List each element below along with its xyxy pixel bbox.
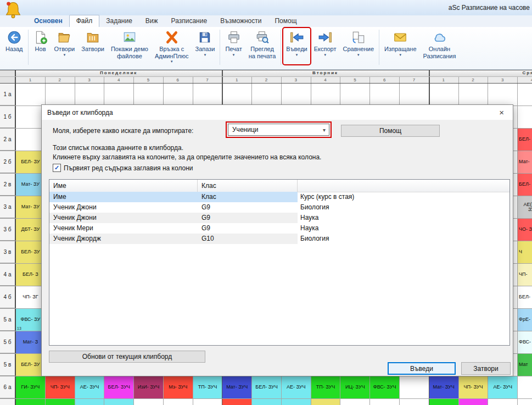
timetable-cell[interactable]: ФрЕ- bbox=[518, 309, 532, 331]
timetable-cell[interactable]: ФВС- bbox=[518, 331, 532, 353]
table-row[interactable]: Ученик ДжониG9Наука bbox=[49, 213, 509, 223]
table-row[interactable]: Ученик ДжорджG10Биология bbox=[49, 234, 509, 244]
toolbar-button-open[interactable]: Отвори▼ bbox=[52, 28, 78, 64]
menu-tab-pomosht[interactable]: Помощ bbox=[268, 15, 303, 27]
timetable-cell[interactable]: Мат bbox=[518, 354, 532, 376]
timetable-cell[interactable]: ЧО- З bbox=[518, 219, 532, 241]
class-row-label[interactable]: 3 а bbox=[0, 196, 15, 218]
timetable-cell[interactable]: Мз- ЗУЧ bbox=[222, 399, 251, 405]
class-row-label[interactable]: 2 в bbox=[0, 173, 15, 196]
timetable-cell[interactable]: АЕ- ЗУЧ bbox=[282, 376, 311, 398]
class-row-label[interactable]: 3 б bbox=[0, 218, 15, 241]
timetable-cell[interactable]: БЕЛ- bbox=[518, 286, 532, 308]
import-button[interactable]: Въведи bbox=[388, 362, 456, 375]
bell-icon[interactable] bbox=[3, 0, 23, 18]
toolbar-button-import[interactable]: Въведи▼ bbox=[283, 28, 310, 64]
timetable-cell[interactable]: БЕЛ- ЗУЧ bbox=[311, 399, 340, 405]
class-row-label[interactable]: 2 б bbox=[0, 151, 15, 173]
timetable-cell[interactable]: Мз- ЗУЧ bbox=[164, 376, 193, 398]
timetable-cell[interactable]: ТП- ЗУЧ bbox=[75, 399, 104, 405]
toolbar-button-new[interactable]: Нов bbox=[31, 28, 51, 64]
toolbar-button-demo[interactable]: Покажи демо файлове bbox=[108, 28, 151, 64]
toolbar-button-export[interactable]: Експорт▼ bbox=[311, 28, 339, 64]
toolbar-button-back[interactable]: Назад bbox=[3, 28, 26, 64]
dialog-close-icon[interactable]: × bbox=[495, 108, 508, 117]
toolbar-button-close[interactable]: Затвори bbox=[79, 28, 107, 64]
timetable-cell[interactable]: ГИ- ЗУЧ bbox=[429, 399, 458, 405]
table-header-cell[interactable] bbox=[298, 180, 509, 192]
timetable-cell[interactable]: ЧП- ЗУЧ bbox=[46, 376, 75, 398]
timetable-cell[interactable]: Мат- ЗУЧ bbox=[429, 376, 458, 398]
timetable-cell[interactable]: ИЦ- ЗУЧ bbox=[340, 376, 369, 398]
timetable-cell[interactable]: АЕ(ИЦ)- ЗУЧ bbox=[518, 196, 532, 218]
timetable-cell[interactable]: Ч bbox=[518, 241, 532, 263]
timetable-cell[interactable]: ТП- ЗУЧ bbox=[193, 376, 222, 398]
timetable-cell[interactable]: БЕЛ- ЗУ bbox=[16, 354, 45, 376]
timetable-cell[interactable]: Мат- ЗУ bbox=[16, 196, 45, 218]
class-row-label[interactable]: 6 б bbox=[0, 398, 15, 405]
timetable-cell[interactable]: БЕЛ- ЗУЧ bbox=[459, 399, 488, 405]
table-row[interactable]: Ученик МериG9Наука bbox=[49, 223, 509, 234]
class-row-label[interactable]: 1 а bbox=[0, 83, 15, 106]
table-row[interactable]: ИмеКласКурс (курс в стая) bbox=[49, 192, 509, 202]
class-row-label[interactable]: 5 а bbox=[0, 308, 15, 331]
timetable-cell[interactable]: Мат- ЗУЧ bbox=[222, 376, 251, 398]
toolbar-button-preview[interactable]: Преглед на печата bbox=[246, 28, 279, 64]
timetable-cell[interactable]: ТП- ЗУЧ bbox=[311, 376, 340, 398]
timetable-cell[interactable]: БЕЛ- ЗУЧ bbox=[104, 376, 133, 398]
class-row-label[interactable]: 3 в bbox=[0, 241, 15, 263]
toolbar-button-adminplus[interactable]: Връзка с АдминПлюс▼ bbox=[152, 28, 192, 64]
table-header-cell[interactable]: Име bbox=[49, 180, 198, 192]
import-prompt-label: Моля, изберете какво искате да импортира… bbox=[53, 127, 193, 135]
timetable-cell[interactable]: ЧП- bbox=[518, 264, 532, 286]
toolbar-button-send[interactable]: Изпращане▼ bbox=[382, 28, 419, 64]
timetable-cell[interactable]: ЧП- ЗУЧ bbox=[459, 376, 488, 398]
menu-tab-osnoven[interactable]: Основен bbox=[27, 15, 69, 27]
toolbar-button-print[interactable]: Печат▼ bbox=[222, 28, 244, 64]
menu-tab-razpisanie[interactable]: Разписание bbox=[165, 15, 214, 27]
timetable-cell[interactable]: ЧП- ЗГ bbox=[16, 286, 45, 308]
class-row-label[interactable]: 2 а bbox=[0, 128, 15, 151]
timetable-cell[interactable]: БЕЛ- З bbox=[16, 264, 45, 286]
import-type-select[interactable]: Ученици ▾ bbox=[228, 124, 329, 136]
timetable-cell[interactable]: БЕЛ- ЗУ bbox=[16, 151, 45, 173]
timetable-cell[interactable]: ФВС- ЗУЧ bbox=[370, 376, 399, 398]
first-row-headers-checkbox[interactable]: ✓ Първият ред съдържа заглавия на колони bbox=[53, 164, 193, 172]
timetable-cell[interactable]: БЕЛ- ЗУЧ bbox=[104, 399, 133, 405]
help-button[interactable]: Помощ bbox=[341, 125, 440, 137]
timetable-cell[interactable]: ГИ- ЗУЧ bbox=[16, 376, 45, 398]
timetable-cell[interactable]: БЕЛ- bbox=[518, 174, 532, 196]
class-row-label[interactable]: 4 а bbox=[0, 263, 15, 286]
timetable-cell[interactable]: Мз- ЗУЧ bbox=[16, 399, 45, 405]
class-row-label[interactable]: 5 б bbox=[0, 331, 15, 353]
timetable-cell[interactable]: АЕ- ЗУЧ bbox=[488, 376, 517, 398]
class-row-label[interactable]: 5 в bbox=[0, 353, 15, 376]
menu-tab-vizh[interactable]: Виж bbox=[139, 15, 165, 27]
timetable-cell[interactable]: БЕЛ- ЗУЧ bbox=[252, 376, 281, 398]
timetable-cell[interactable]: ИзИ- ЗУЧ bbox=[134, 376, 163, 398]
timetable-cell[interactable]: Мат- З bbox=[16, 331, 45, 353]
refresh-clipboard-button[interactable]: Обнови от текущия клипборд bbox=[49, 351, 205, 363]
timetable-cell[interactable]: АЕ- ЗУЧ bbox=[75, 376, 104, 398]
class-row-label[interactable]: 4 б bbox=[0, 286, 15, 308]
close-button[interactable]: Затвори bbox=[461, 362, 511, 375]
toolbar-button-online[interactable]: Онлайн Разписания bbox=[421, 28, 459, 64]
menu-tab-zadanie[interactable]: Задание bbox=[99, 15, 139, 27]
timetable-cell[interactable]: Мат- bbox=[518, 151, 532, 173]
timetable-cell[interactable]: ИзИ- ЗУЧ bbox=[252, 399, 281, 405]
timetable-cell[interactable]: ТП- ЗУЧ bbox=[282, 399, 311, 405]
toolbar-button-compare[interactable]: Сравнение▼ bbox=[340, 28, 377, 64]
class-row-label[interactable]: 6 а bbox=[0, 376, 15, 398]
toolbar-button-save[interactable]: Запази▼ bbox=[193, 28, 218, 64]
menu-tab-fail[interactable]: Файл bbox=[69, 15, 100, 27]
timetable-cell[interactable]: ФВС- ЗУ13 bbox=[16, 309, 45, 331]
table-header-cell[interactable]: Клас bbox=[198, 180, 298, 192]
timetable-cell[interactable]: ДБТ- ЗУ bbox=[16, 219, 45, 241]
class-row-label[interactable]: 1 б bbox=[0, 106, 15, 128]
table-row[interactable]: Ученик ДжониG9Биология bbox=[49, 202, 509, 213]
timetable-cell[interactable]: ИЦ- ЗУЧ bbox=[46, 399, 75, 405]
menu-tab-vazmozhnosti[interactable]: Възможности bbox=[214, 15, 268, 27]
timetable-cell[interactable]: БЕЛ- bbox=[518, 129, 532, 151]
timetable-cell[interactable]: Мат- ЗУ bbox=[16, 174, 45, 196]
timetable-cell[interactable]: БЕЛ- ЗУ bbox=[16, 241, 45, 263]
